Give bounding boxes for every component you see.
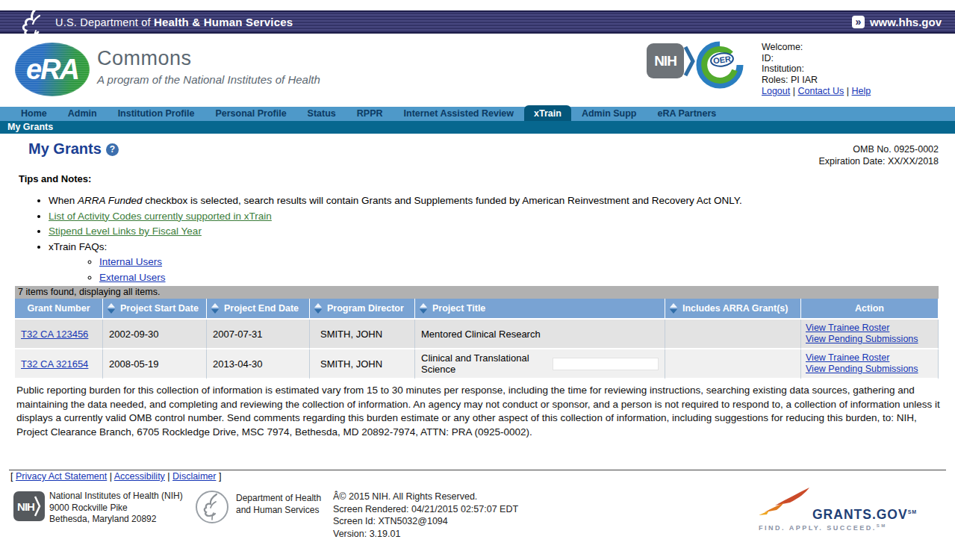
subnav-my-grants[interactable]: My Grants <box>0 121 955 134</box>
nih-address: National Institutes of Health (NIH) 9000… <box>49 491 183 526</box>
sort-icon[interactable] <box>211 303 219 314</box>
separator: | <box>167 471 169 482</box>
tip-arra-italic: ARRA Funded <box>78 195 143 206</box>
nav-era-partners[interactable]: eRA Partners <box>647 107 727 121</box>
cell-arra <box>665 349 801 379</box>
help-icon[interactable]: ? <box>106 143 119 156</box>
nav-xtrain-active[interactable]: xTrain <box>524 105 571 121</box>
privacy-act-link[interactable]: Privacy Act Statement <box>16 471 107 482</box>
nav-admin[interactable]: Admin <box>57 107 108 121</box>
faq-sublist: Internal Users External Users <box>99 256 937 284</box>
screen-id: Screen Id: XTN5032@1094 <box>333 515 518 528</box>
dept-prefix: U.S. Department of <box>55 16 154 28</box>
hhs-url[interactable]: www.hhs.gov <box>870 16 942 28</box>
cell-arra <box>665 320 801 349</box>
oer-logo: OER <box>696 41 744 92</box>
footer: NIH National Institutes of Health (NIH) … <box>0 489 955 549</box>
col-project-title[interactable]: Project Title <box>415 299 665 320</box>
footer-divider <box>9 470 946 470</box>
nih-address-line: 9000 Rockville Pike <box>49 503 183 514</box>
hhs-banner-title: U.S. Department of Health & Human Servic… <box>55 16 293 28</box>
accessibility-link[interactable]: Accessibility <box>114 471 165 482</box>
view-trainee-roster-link[interactable]: View Trainee Roster <box>806 352 889 364</box>
grant-link[interactable]: T32 CA 321654 <box>21 358 88 370</box>
hhs-dept-label: Department of Health and Human Services <box>236 493 321 516</box>
nih-chevron-icon <box>684 44 696 78</box>
grants-gov-swoosh-icon <box>756 486 812 520</box>
version: Version: 3.19.01 <box>333 528 518 541</box>
nav-personal-profile[interactable]: Personal Profile <box>205 107 296 121</box>
internal-users-link[interactable]: Internal Users <box>99 256 162 267</box>
header: eRA Commons A program of the National In… <box>0 34 955 107</box>
main-nav: Home Admin Institution Profile Personal … <box>0 107 955 121</box>
service-mark: SM <box>908 509 918 514</box>
sort-icon[interactable] <box>108 303 115 314</box>
grants-table: Grant Number Project Start Date Project … <box>15 299 939 379</box>
col-label: Includes ARRA Grant(s) <box>682 303 788 314</box>
sort-icon[interactable] <box>314 303 322 314</box>
cell-title: Clinical and Translational Science <box>415 349 665 379</box>
dept-line: Department of Health <box>236 493 321 505</box>
tip-faqs: xTrain FAQs: Internal Users External Use… <box>49 241 937 284</box>
logout-link[interactable]: Logout <box>762 86 790 96</box>
col-project-end-date[interactable]: Project End Date <box>207 299 310 320</box>
nav-rppr[interactable]: RPPR <box>346 107 393 121</box>
col-includes-arra[interactable]: Includes ARRA Grant(s) <box>665 299 801 320</box>
tips-and-notes: Tips and Notes: When ARRA Funded checkbo… <box>19 173 937 287</box>
col-grant-number: Grant Number <box>15 299 103 320</box>
commons-tagline: A program of the National Institutes of … <box>97 73 320 86</box>
user-links: Logout | Contact Us | Help <box>762 86 871 97</box>
disclaimer-link[interactable]: Disclaimer <box>172 471 216 482</box>
commons-title: Commons <box>97 47 320 70</box>
grants-gov-text: GRANTS.GOVSM <box>812 507 917 523</box>
hhs-gov-link[interactable]: » www.hhs.gov <box>852 12 942 32</box>
contact-us-link[interactable]: Contact Us <box>797 86 844 96</box>
redacted-area <box>553 358 659 370</box>
nih-footer-text: NIH <box>17 500 34 513</box>
burden-statement: Public reporting burden for this collect… <box>16 384 941 439</box>
col-project-start-date[interactable]: Project Start Date <box>103 299 207 320</box>
footer-links: [ Privacy Act Statement | Accessibility … <box>10 471 221 482</box>
results-summary: 7 items found, displaying all items. <box>15 286 939 299</box>
activity-codes-link[interactable]: List of Activity Codes currently support… <box>49 211 272 222</box>
nav-institution-profile[interactable]: Institution Profile <box>108 107 205 121</box>
grants-gov-logo[interactable]: GRANTS.GOVSM FIND. APPLY. SUCCEED.SM <box>756 489 927 535</box>
sort-icon[interactable] <box>670 303 677 314</box>
view-pending-submissions-link[interactable]: View Pending Submissions <box>806 334 918 345</box>
bracket: ] <box>219 471 221 482</box>
omb-number: OMB No. 0925-0002 <box>818 143 939 155</box>
separator: | <box>793 86 795 96</box>
tip-arra-post: checkbox is selected, search results wil… <box>143 195 742 206</box>
nav-status[interactable]: Status <box>297 107 346 121</box>
nav-internet-assisted-review[interactable]: Internet Assisted Review <box>393 107 525 121</box>
page-title: My Grants <box>28 140 102 158</box>
stipend-levels-link[interactable]: Stipend Level Links by Fiscal Year <box>49 225 202 237</box>
col-program-director[interactable]: Program Director <box>310 299 415 320</box>
view-pending-submissions-link[interactable]: View Pending Submissions <box>806 364 918 375</box>
col-label: Program Director <box>327 303 404 314</box>
cell-title: Mentored Clinical Research <box>415 320 665 349</box>
cell-action: View Trainee Roster View Pending Submiss… <box>801 349 939 379</box>
grants-gov-wordmark: GRANTS.GOV <box>812 507 908 522</box>
col-label: Action <box>855 303 884 314</box>
help-link[interactable]: Help <box>852 86 871 96</box>
cell-director: SMITH, JOHN <box>310 320 415 349</box>
external-users-link[interactable]: External Users <box>99 272 166 283</box>
cell-action: View Trainee Roster View Pending Submiss… <box>801 320 939 349</box>
nih-footer-chevron-icon <box>34 495 41 517</box>
nih-logo: NIH <box>647 43 696 78</box>
tip-activity-codes: List of Activity Codes currently support… <box>49 211 937 223</box>
commons-block: Commons A program of the National Instit… <box>97 47 320 86</box>
id-label: ID: <box>762 53 871 64</box>
grant-link[interactable]: T32 CA 123456 <box>21 329 88 340</box>
sort-icon[interactable] <box>420 303 427 314</box>
faq-label: xTrain FAQs: <box>49 241 107 252</box>
view-trainee-roster-link[interactable]: View Trainee Roster <box>806 323 889 334</box>
faq-internal: Internal Users <box>99 256 937 269</box>
tip-arra: When ARRA Funded checkbox is selected, s… <box>49 195 937 208</box>
nav-admin-supp[interactable]: Admin Supp <box>571 107 647 121</box>
screen-rendered: Screen Rendered: 04/21/2015 02:57:07 EDT <box>333 503 518 516</box>
nav-home[interactable]: Home <box>10 107 57 121</box>
col-action: Action <box>801 299 939 320</box>
tips-list: When ARRA Funded checkbox is selected, s… <box>49 195 937 284</box>
